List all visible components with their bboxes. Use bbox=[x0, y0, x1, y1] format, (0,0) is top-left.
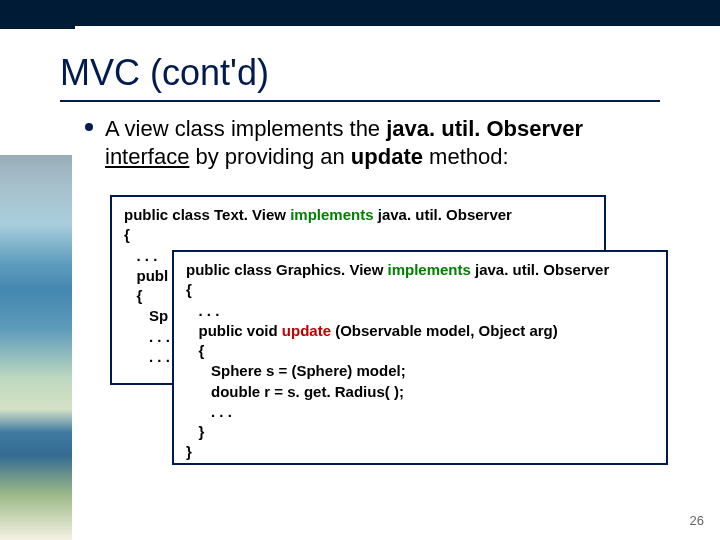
ca-l4: publ bbox=[124, 267, 168, 284]
slide-title: MVC (cont'd) bbox=[60, 52, 269, 94]
cb-l1a: public class Graphics. View bbox=[186, 261, 387, 278]
cb-l7: double r = s. get. Radius( ); bbox=[186, 383, 404, 400]
ca-l1a: public class Text. View bbox=[124, 206, 290, 223]
ca-l6: Sp bbox=[124, 307, 168, 324]
cb-l3: . . . bbox=[186, 302, 219, 319]
page-number: 26 bbox=[690, 513, 704, 528]
cb-l1c: java. util. Observer bbox=[471, 261, 609, 278]
ca-l2: { bbox=[124, 226, 130, 243]
body-mid: by providing an bbox=[189, 144, 350, 169]
ca-l8: . . . bbox=[124, 348, 170, 365]
top-bar bbox=[0, 0, 720, 26]
cb-l6: Sphere s = (Sphere) model; bbox=[186, 362, 406, 379]
body-post: method: bbox=[423, 144, 509, 169]
body-text: A view class implements the java. util. … bbox=[105, 115, 665, 170]
cb-l5: { bbox=[186, 342, 204, 359]
cb-l1b: implements bbox=[387, 261, 470, 278]
cb-l4b: update bbox=[282, 322, 331, 339]
body-keyword-update: update bbox=[351, 144, 423, 169]
body-keyword-observer: java. util. Observer bbox=[386, 116, 583, 141]
cb-l10: } bbox=[186, 443, 192, 460]
cb-l4c: (Observable model, Object arg) bbox=[331, 322, 558, 339]
left-decor-bar bbox=[0, 155, 72, 540]
code-block-graphicsview: public class Graphics. View implements j… bbox=[172, 250, 668, 465]
title-underline bbox=[60, 100, 660, 102]
slide: { "title": "MVC (cont'd)", "body": { "pr… bbox=[0, 0, 720, 540]
ca-l1c: java. util. Observer bbox=[374, 206, 512, 223]
ca-l7: . . . bbox=[124, 328, 170, 345]
cb-l4a: public void bbox=[186, 322, 282, 339]
ca-l3: . . . bbox=[124, 247, 157, 264]
cb-l8: . . . bbox=[186, 403, 232, 420]
ca-l1b: implements bbox=[290, 206, 373, 223]
body-pre: A view class implements the bbox=[105, 116, 386, 141]
bullet-icon bbox=[85, 123, 93, 131]
body-interface-underlined: interface bbox=[105, 144, 189, 169]
cb-l2: { bbox=[186, 281, 192, 298]
ca-l5: { bbox=[124, 287, 142, 304]
cb-l9: } bbox=[186, 423, 204, 440]
